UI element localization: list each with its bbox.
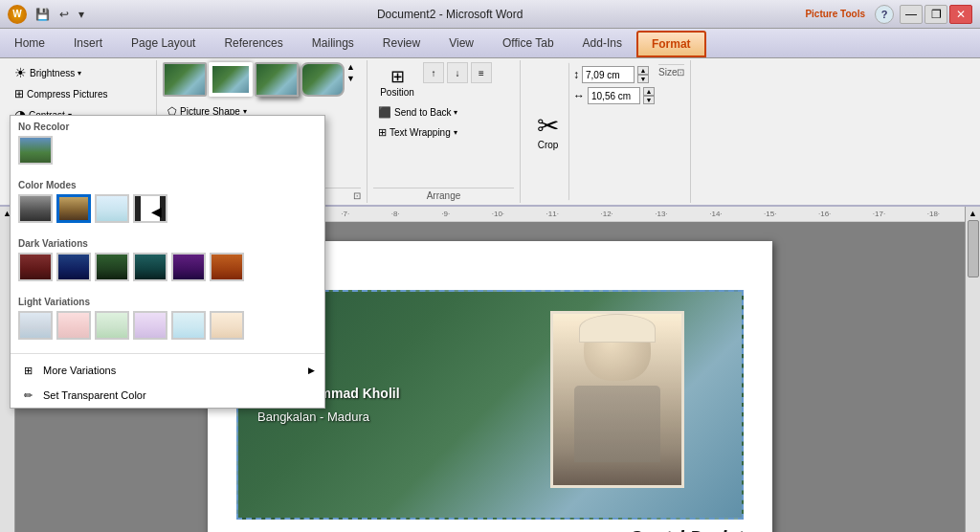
tab-insert[interactable]: Insert bbox=[59, 31, 117, 57]
no-recolor-swatch[interactable] bbox=[18, 136, 53, 165]
tab-view[interactable]: View bbox=[434, 31, 488, 57]
ribbon-tabs: Home Insert Page Layout References Maili… bbox=[0, 29, 980, 58]
style-thumb-3[interactable] bbox=[255, 62, 299, 97]
tab-references[interactable]: References bbox=[210, 31, 297, 57]
arrange-group-content: ⊞ Position ↑ ↓ ≡ ⬛ Send to Back ▾ bbox=[373, 62, 514, 186]
send-to-back-arrow[interactable]: ▾ bbox=[454, 108, 457, 117]
dark-orange-swatch[interactable] bbox=[210, 253, 244, 281]
lt-green-swatch[interactable] bbox=[95, 311, 129, 340]
lt-red-swatch[interactable] bbox=[56, 311, 91, 340]
help-button[interactable]: ? bbox=[875, 5, 894, 24]
style-scroll-down[interactable]: ▼ bbox=[346, 74, 355, 83]
picture-styles-row: ▲ ▼ bbox=[163, 62, 355, 97]
more-variations-arrow: ▶ bbox=[308, 366, 315, 375]
washout-swatch[interactable] bbox=[95, 194, 129, 223]
text-wrapping-button[interactable]: ⊞ Text Wrapping ▾ bbox=[373, 123, 462, 142]
height-input-row: ↕ ▲ ▼ bbox=[573, 66, 655, 83]
tab-mailings[interactable]: Mailings bbox=[298, 31, 368, 57]
dark-variations-label: Dark Variations bbox=[18, 238, 317, 249]
more-variations-item[interactable]: ⊞ More Variations ▶ bbox=[11, 358, 324, 383]
crop-size-group: ✂ Crop ↕ ▲ ▼ ↔ bbox=[521, 60, 691, 203]
height-icon: ↕ bbox=[573, 68, 579, 81]
dark-purple-swatch[interactable] bbox=[171, 253, 206, 281]
dark-red-swatch[interactable] bbox=[18, 253, 53, 281]
lt-orange-swatch[interactable] bbox=[210, 311, 244, 340]
text-wrapping-arrow[interactable]: ▾ bbox=[454, 128, 457, 137]
brightness-button[interactable]: ☀ Brightness ▾ bbox=[10, 62, 86, 83]
dark-blue-bg bbox=[58, 255, 89, 279]
send-to-back-button[interactable]: ⬛ Send to Back ▾ bbox=[373, 103, 462, 122]
undo-quick-btn[interactable]: ↩ bbox=[56, 6, 72, 23]
width-spin-down[interactable]: ▼ bbox=[643, 96, 655, 104]
tab-home[interactable]: Home bbox=[0, 31, 59, 57]
style-scroll-up[interactable]: ▲ bbox=[346, 62, 355, 72]
dark-teal-swatch[interactable] bbox=[133, 253, 167, 281]
crop-size-inner: ✂ Crop ↕ ▲ ▼ ↔ bbox=[526, 62, 655, 201]
vertical-scrollbar-right: ▲ ▼ bbox=[965, 207, 980, 532]
tab-page-layout[interactable]: Page Layout bbox=[117, 31, 210, 57]
width-input[interactable] bbox=[588, 87, 640, 104]
crop-button[interactable]: ✂ Crop bbox=[526, 62, 569, 201]
style-thumb-2[interactable] bbox=[209, 62, 253, 97]
page-footer: Santri Drajat bbox=[236, 527, 744, 532]
grayscale-swatch[interactable] bbox=[18, 194, 53, 223]
tab-format[interactable]: Format bbox=[636, 31, 706, 57]
align-btn[interactable]: ≡ bbox=[471, 62, 492, 83]
more-variations-icon: ⊞ bbox=[20, 363, 35, 378]
compress-icon: ⊞ bbox=[14, 87, 24, 100]
height-spin-up[interactable]: ▲ bbox=[637, 66, 649, 75]
portrait-head bbox=[584, 314, 651, 381]
minimize-button[interactable]: — bbox=[900, 5, 923, 24]
bring-forward-btn[interactable]: ↑ bbox=[423, 62, 444, 83]
style-thumb-4[interactable] bbox=[301, 62, 345, 97]
size-label: Size ⊡ bbox=[658, 64, 684, 201]
dark-variations-row bbox=[18, 253, 317, 281]
picture-styles-dialog-launcher[interactable]: ⊡ bbox=[353, 190, 361, 201]
lt-grey-bg bbox=[20, 313, 51, 338]
window-title: Document2 - Microsoft Word bbox=[95, 8, 805, 21]
tab-review[interactable]: Review bbox=[368, 31, 434, 57]
tab-office[interactable]: Office Tab bbox=[488, 31, 568, 57]
black-white-swatch[interactable]: ◀ bbox=[133, 194, 167, 223]
no-recolor-row bbox=[18, 136, 317, 165]
size-dialog-launcher[interactable]: ⊡ bbox=[677, 67, 684, 78]
color-modes-section: Color Modes Sepia ◀ bbox=[11, 174, 324, 233]
height-input[interactable] bbox=[582, 66, 635, 83]
save-quick-btn[interactable]: 💾 bbox=[33, 6, 53, 23]
sepia-swatch[interactable]: Sepia bbox=[56, 194, 91, 223]
restore-button[interactable]: ❐ bbox=[924, 5, 947, 24]
send-backward-btn[interactable]: ↓ bbox=[447, 62, 468, 83]
position-icon: ⊞ bbox=[390, 66, 405, 87]
no-recolor-section: No Recolor bbox=[11, 116, 324, 174]
quickaccess-dropdown[interactable]: ▾ bbox=[76, 6, 87, 23]
dark-green-swatch[interactable] bbox=[95, 253, 129, 281]
recolor-dropdown: No Recolor Color Modes Sepia bbox=[10, 115, 325, 409]
portrait-photo bbox=[550, 311, 684, 488]
lt-teal-swatch[interactable] bbox=[171, 311, 206, 340]
washout-bg bbox=[97, 196, 127, 221]
set-transparent-item[interactable]: ✏ Set Transparent Color bbox=[11, 383, 324, 408]
width-spin-up[interactable]: ▲ bbox=[643, 87, 655, 96]
lt-grey-swatch[interactable] bbox=[18, 311, 53, 340]
arrange-group: ⊞ Position ↑ ↓ ≡ ⬛ Send to Back ▾ bbox=[368, 60, 521, 203]
position-button[interactable]: ⊞ Position bbox=[373, 62, 421, 101]
close-button[interactable]: ✕ bbox=[949, 5, 972, 24]
vscroll-up[interactable]: ▲ bbox=[969, 209, 977, 218]
arrow-indicator: ◀ bbox=[151, 204, 162, 219]
title-bar: W 💾 ↩ ▾ Document2 - Microsoft Word Pictu… bbox=[0, 0, 980, 29]
brightness-icon: ☀ bbox=[14, 65, 27, 80]
lt-orange-bg bbox=[212, 313, 242, 338]
dark-variations-section: Dark Variations bbox=[11, 233, 324, 291]
vscroll-thumb[interactable] bbox=[968, 220, 979, 277]
lt-purple-swatch[interactable] bbox=[133, 311, 167, 340]
style-thumb-1[interactable] bbox=[163, 62, 207, 97]
dark-blue-swatch[interactable] bbox=[56, 253, 91, 281]
tab-addins[interactable]: Add-Ins bbox=[568, 31, 636, 57]
dark-orange-bg bbox=[212, 255, 242, 279]
height-spin-down[interactable]: ▼ bbox=[637, 75, 649, 83]
brightness-dropdown-arrow[interactable]: ▾ bbox=[78, 69, 81, 78]
compress-button[interactable]: ⊞ Compress Pictures bbox=[10, 84, 112, 103]
light-variations-label: Light Variations bbox=[18, 297, 317, 307]
width-spin: ▲ ▼ bbox=[643, 87, 655, 104]
lt-red-bg bbox=[58, 313, 89, 338]
